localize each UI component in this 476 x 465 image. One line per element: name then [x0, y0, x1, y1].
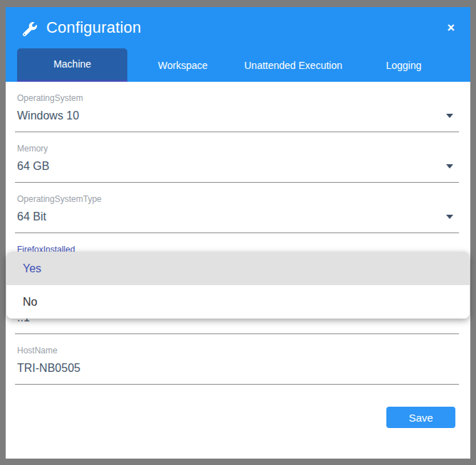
- tab-logging[interactable]: Logging: [349, 48, 459, 82]
- tab-machine[interactable]: Machine: [17, 48, 127, 82]
- field-label: OperatingSystem: [15, 94, 459, 103]
- operating-system-select[interactable]: Windows 10: [15, 109, 459, 123]
- dialog-title: Configuration: [46, 18, 141, 37]
- operating-system-type-select[interactable]: 64 Bit: [15, 210, 459, 224]
- chevron-down-icon: [446, 215, 453, 219]
- dropdown-option-no[interactable]: No: [6, 285, 470, 319]
- field-label: OperatingSystemType: [15, 195, 459, 204]
- dialog-header: Configuration × Machine Workspace Unatte…: [6, 7, 470, 82]
- close-icon[interactable]: ×: [447, 21, 455, 34]
- field-operating-system: OperatingSystem Windows 10: [15, 82, 459, 132]
- field-value: TRI-NB0505: [17, 362, 80, 374]
- dropdown-option-yes[interactable]: Yes: [6, 252, 470, 285]
- tab-bar: Machine Workspace Unattended Execution L…: [6, 48, 470, 82]
- tab-unattended-execution[interactable]: Unattended Execution: [238, 48, 349, 82]
- save-button[interactable]: Save: [386, 407, 455, 428]
- title-bar: Configuration ×: [6, 7, 470, 48]
- dialog-content: OperatingSystem Windows 10 Memory 64 GB …: [6, 82, 470, 428]
- host-name-input[interactable]: TRI-NB0505: [15, 361, 459, 375]
- field-value: 64 GB: [17, 160, 49, 172]
- field-label: Memory: [15, 144, 459, 154]
- tab-workspace[interactable]: Workspace: [127, 48, 238, 82]
- footer-actions: Save: [6, 407, 455, 428]
- field-value: Windows 10: [17, 109, 79, 122]
- chevron-down-icon: [446, 164, 453, 169]
- field-operating-system-type: OperatingSystemType 64 Bit: [15, 183, 459, 233]
- configuration-dialog: Configuration × Machine Workspace Unatte…: [6, 7, 470, 459]
- firefox-installed-dropdown: Yes No: [6, 252, 470, 319]
- field-host-name: HostName TRI-NB0505: [15, 334, 459, 385]
- field-label: HostName: [15, 346, 459, 356]
- memory-select[interactable]: 64 GB: [15, 159, 459, 173]
- field-memory: Memory 64 GB: [15, 132, 459, 183]
- chevron-down-icon: [446, 114, 453, 118]
- field-value: 64 Bit: [17, 210, 46, 223]
- wrench-icon: [23, 22, 37, 36]
